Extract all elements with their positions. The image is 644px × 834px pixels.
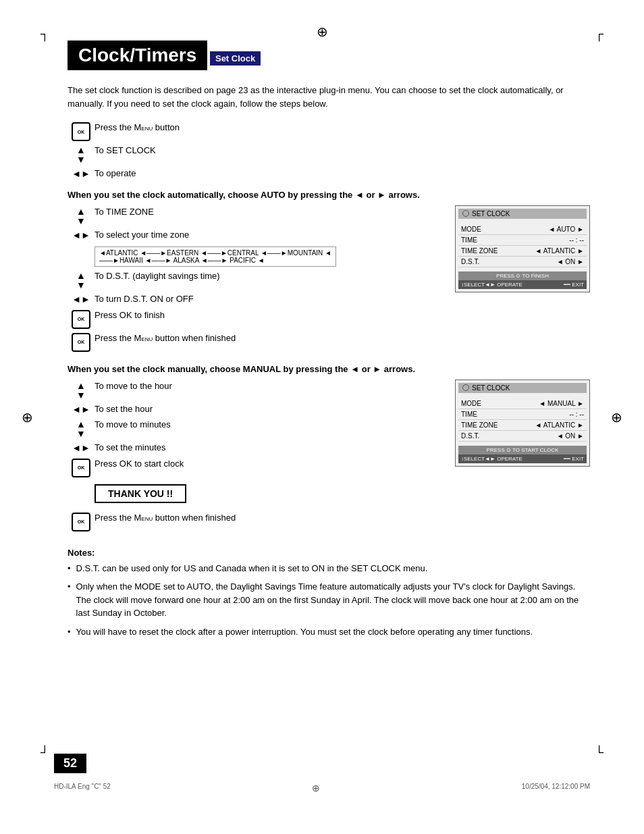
step-text-move-hour: To move to the hour (95, 380, 172, 393)
step-text-operate: To operate (95, 167, 136, 180)
auto-steps-col: ▲▼ To TIME ZONE ◄► To select your time z… (68, 205, 441, 355)
tv-middle-manual: PRESS ⊙ TO START CLOCK (458, 446, 587, 454)
step-menu-finished-manual: OK Press the Menu button when finished (68, 511, 441, 531)
step-menu-finished-auto: OK Press the Menu button when finished (68, 332, 441, 352)
step-dst-onoff: ◄► To turn D.S.T. ON or OFF (68, 292, 441, 306)
note-bullet-3: • (68, 625, 71, 639)
reg-mark-top: ⊕ (317, 24, 328, 40)
tv-row-tz-auto: TIME ZONE ◄ ATLANTIC ► (458, 246, 587, 257)
step-text-dst-onoff: To turn D.S.T. ON or OFF (95, 292, 194, 306)
step-text-menu-finished-manual: Press the Menu button when finished (95, 511, 236, 525)
arrow-updown-icon-1: ▲▼ (68, 144, 95, 164)
tv-row-dst-manual: D.S.T. ◄ ON ► (458, 431, 587, 442)
note-item-1: • D.S.T. can be used only for US and Can… (68, 562, 590, 575)
arrow-leftright-icon-2: ◄► (68, 228, 95, 240)
step-text-set-hour: To set the hour (95, 402, 153, 416)
step-ok-start: OK Press OK to start clock (68, 457, 441, 477)
remote-icon-4: OK (68, 457, 95, 477)
step-set-clock: ▲▼ To SET CLOCK (68, 144, 590, 164)
tv-label-dst-manual: D.S.T. (461, 432, 479, 440)
arrow-updown-icon-4: ▲▼ (68, 380, 95, 400)
tv-footer-right-manual: ━━ EXIT (564, 456, 584, 462)
corner-mark-tr: ┌ (595, 27, 603, 41)
tv-footer-left-auto: ↕SELECT◄► OPERATE (461, 282, 522, 288)
note-item-3: • You will have to reset the clock after… (68, 625, 590, 639)
step-text-menu: Press the Menu button (95, 121, 180, 134)
step-move-hour: ▲▼ To move to the hour (68, 380, 441, 400)
step-text-timezone: To TIME ZONE (95, 205, 154, 219)
manual-instruction: When you set the clock manually, choose … (68, 364, 590, 374)
step-text-menu-finished-auto: Press the Menu button when finished (95, 332, 236, 345)
arrow-leftright-icon-4: ◄► (68, 402, 95, 415)
thank-you-box: THANK YOU !! (95, 484, 186, 503)
step-text-move-min: To move to minutes (95, 418, 171, 432)
footer-right: 10/25/04, 12:12:00 PM (522, 783, 590, 793)
remote-icon-2: OK (68, 309, 95, 329)
timezone-diagram: ◄ATLANTIC ◄——►EASTERN ◄——►CENTRAL ◄——►MO… (95, 246, 336, 267)
tv-label-mode-manual: MODE (461, 400, 481, 407)
remote-icon-3: OK (68, 332, 95, 352)
tv-row-time-auto: TIME -- : -- (458, 235, 587, 246)
tv-footer-right-auto: ━━ EXIT (564, 282, 584, 288)
auto-section: ▲▼ To TIME ZONE ◄► To select your time z… (68, 205, 590, 355)
tv-footer-manual: ↕SELECT◄► OPERATE ━━ EXIT (458, 454, 587, 463)
tv-header-auto: SET CLOCK (458, 209, 587, 219)
note-text-1: D.S.T. can be used only for US and Canad… (76, 562, 428, 575)
step-select-timezone: ◄► To select your time zone (68, 228, 441, 242)
tv-circle-manual (462, 384, 469, 391)
tv-value-time-auto: -- : -- (569, 236, 584, 244)
page-title: Clock/Timers (68, 41, 207, 70)
note-text-2: Only when the MODE set to AUTO, the Dayl… (76, 580, 590, 620)
reg-mark-right: ⊕ (611, 409, 622, 425)
reg-mark-left: ⊕ (22, 409, 33, 425)
tv-middle-auto: PRESS ⊙ TO FINISH (458, 271, 587, 280)
footer-left: HD-ILA Eng "C" 52 (54, 783, 111, 793)
step-text-ok-start: Press OK to start clock (95, 457, 184, 471)
arrow-leftright-icon-5: ◄► (68, 441, 95, 453)
auto-instruction: When you set the clock automatically, ch… (68, 190, 590, 200)
tv-value-mode-manual: ◄ MANUAL ► (539, 400, 584, 407)
note-text-3: You will have to reset the clock after a… (76, 625, 533, 639)
tv-screen-manual: SET CLOCK MODE ◄ MANUAL ► TIME -- : -- T… (455, 380, 590, 467)
tv-label-time-manual: TIME (461, 411, 477, 418)
remote-icon-5: OK (68, 511, 95, 531)
tv-value-dst-auto: ◄ ON ► (557, 258, 584, 265)
tv-header-manual: SET CLOCK (458, 383, 587, 393)
tz-line-1: ◄ATLANTIC ◄——►EASTERN ◄——►CENTRAL ◄——►MO… (99, 249, 331, 257)
corner-mark-bl: ┘ (41, 746, 49, 760)
remote-icon-1: OK (68, 121, 95, 141)
step-press-menu: OK Press the Menu button (68, 121, 590, 141)
basic-steps: OK Press the Menu button ▲▼ To SET CLOCK… (68, 121, 590, 180)
notes-title: Notes: (68, 548, 590, 558)
note-bullet-1: • (68, 562, 71, 575)
tv-row-tz-manual: TIME ZONE ◄ ATLANTIC ► (458, 420, 587, 431)
step-operate: ◄► To operate (68, 167, 590, 180)
tv-value-dst-manual: ◄ ON ► (557, 432, 584, 440)
tv-row-dst-auto: D.S.T. ◄ ON ► (458, 257, 587, 267)
tv-middle-text-auto: PRESS ⊙ TO FINISH (496, 273, 549, 279)
tv-circle-auto (462, 210, 469, 217)
tv-row-time-manual: TIME -- : -- (458, 409, 587, 420)
tv-label-mode-auto: MODE (461, 226, 481, 233)
tv-value-time-manual: -- : -- (569, 411, 584, 418)
tv-label-dst-auto: D.S.T. (461, 258, 479, 265)
manual-steps-col: ▲▼ To move to the hour ◄► To set the hou… (68, 380, 441, 534)
step-set-hour: ◄► To set the hour (68, 402, 441, 416)
step-text-set-min: To set the minutes (95, 441, 166, 454)
step-dst: ▲▼ To D.S.T. (daylight savings time) (68, 269, 441, 290)
arrow-updown-icon-3: ▲▼ (68, 269, 95, 290)
page-number: 52 (54, 754, 86, 773)
step-text-setclock: To SET CLOCK (95, 144, 156, 157)
tv-screen-auto: SET CLOCK MODE ◄ AUTO ► TIME -- : -- TIM… (455, 205, 590, 292)
corner-mark-tl: ┐ (41, 27, 49, 41)
tv-value-tz-auto: ◄ ATLANTIC ► (535, 247, 584, 255)
tz-line-2: ——►HAWAII ◄——► ALASKA ◄——► PACIFIC ◄ (99, 257, 331, 264)
tv-label-tz-auto: TIME ZONE (461, 247, 498, 255)
tv-label-time-auto: TIME (461, 236, 477, 244)
arrow-updown-icon-5: ▲▼ (68, 418, 95, 438)
tv-row-mode-auto: MODE ◄ AUTO ► (458, 224, 587, 235)
tv-value-tz-manual: ◄ ATLANTIC ► (535, 421, 584, 429)
corner-mark-br: └ (595, 746, 603, 760)
footer: HD-ILA Eng "C" 52 ⊕ 10/25/04, 12:12:00 P… (54, 783, 590, 793)
auto-screen: SET CLOCK MODE ◄ AUTO ► TIME -- : -- TIM… (455, 205, 590, 292)
